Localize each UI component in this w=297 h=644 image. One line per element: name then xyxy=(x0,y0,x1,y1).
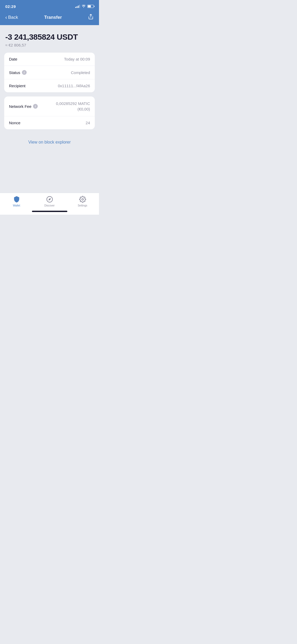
back-button[interactable]: ‹ Back xyxy=(5,15,18,20)
amount-primary: -3 241,385824 USDT xyxy=(5,33,94,41)
fee-info-icon[interactable]: i xyxy=(33,104,38,109)
network-fee-row: Network Fee i 0,00285292 MATIC (€0,00) xyxy=(4,96,95,116)
back-chevron-icon: ‹ xyxy=(5,15,7,20)
svg-marker-2 xyxy=(48,198,51,200)
discover-tab-icon xyxy=(46,196,53,203)
wallet-tab-label: Wallet xyxy=(13,204,20,207)
fee-details-card: Network Fee i 0,00285292 MATIC (€0,00) N… xyxy=(4,96,95,129)
discover-tab-label: Discover xyxy=(44,204,55,207)
tab-settings[interactable]: Settings xyxy=(66,196,99,207)
back-label: Back xyxy=(8,15,18,20)
explorer-link[interactable]: View on block explorer xyxy=(28,140,71,144)
home-indicator xyxy=(0,209,99,215)
date-value: Today at 00:09 xyxy=(64,57,90,61)
tab-discover[interactable]: Discover xyxy=(33,196,66,207)
share-button[interactable] xyxy=(88,14,94,21)
amount-section: -3 241,385824 USDT ≈ €2 806,57 xyxy=(0,25,99,53)
status-info-icon[interactable]: i xyxy=(22,70,27,75)
recipient-label: Recipient xyxy=(9,84,26,88)
transaction-details-card: Date Today at 00:09 Status i Completed R… xyxy=(4,53,95,92)
amount-secondary: ≈ €2 806,57 xyxy=(5,43,94,47)
date-row: Date Today at 00:09 xyxy=(4,53,95,66)
status-time: 02:29 xyxy=(5,4,16,9)
battery-icon xyxy=(87,5,94,8)
home-bar xyxy=(32,211,67,212)
explorer-link-section: View on block explorer xyxy=(0,134,99,151)
tab-bar: Wallet Discover Settings xyxy=(0,193,99,209)
settings-tab-icon xyxy=(79,196,86,203)
page-title: Transfer xyxy=(44,15,62,20)
nonce-row: Nonce 24 xyxy=(4,116,95,129)
network-fee-value: 0,00285292 MATIC (€0,00) xyxy=(56,101,90,112)
settings-tab-label: Settings xyxy=(78,204,87,207)
recipient-row: Recipient 0x11111...f4fAa26 xyxy=(4,79,95,92)
status-label: Status i xyxy=(9,70,27,75)
wallet-tab-icon xyxy=(13,196,20,203)
status-icons xyxy=(75,4,94,8)
date-label: Date xyxy=(9,57,17,61)
wifi-icon xyxy=(82,4,86,8)
nonce-value: 24 xyxy=(86,121,90,125)
svg-point-3 xyxy=(82,199,83,200)
recipient-value: 0x11111...f4fAa26 xyxy=(58,84,90,88)
tab-wallet[interactable]: Wallet xyxy=(0,196,33,207)
nonce-label: Nonce xyxy=(9,121,20,125)
status-bar: 02:29 xyxy=(0,0,99,12)
nav-bar: ‹ Back Transfer xyxy=(0,12,99,25)
signal-icon xyxy=(75,5,80,8)
status-value: Completed xyxy=(71,70,90,75)
network-fee-label: Network Fee i xyxy=(9,104,38,109)
status-row: Status i Completed xyxy=(4,66,95,79)
